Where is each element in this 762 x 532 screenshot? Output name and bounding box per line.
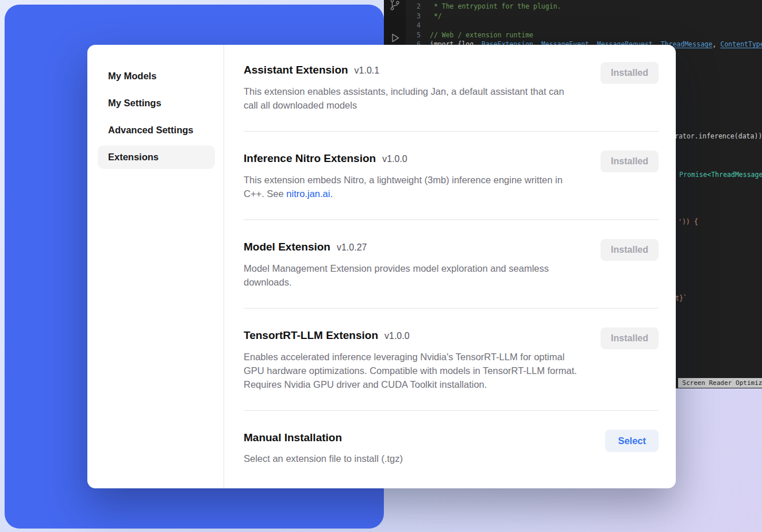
description-text: Select an extension file to install (.tg… <box>244 453 403 464</box>
code-lines: 2 * The entrypoint for the plugin. 3 */ … <box>406 2 762 49</box>
line-number: 4 <box>406 21 421 30</box>
code-fragment: t}` <box>675 294 687 302</box>
code-text: */ <box>430 11 442 21</box>
extension-version: v1.0.1 <box>355 63 380 79</box>
extension-name: Inference Nitro Extension <box>244 151 376 167</box>
code-fragment: ')) { <box>678 218 698 226</box>
extension-row: Assistant Extension v1.0.1 This extensio… <box>244 62 659 132</box>
code-token: // Web / extension runtime <box>430 31 533 39</box>
page: 2 * The entrypoint for the plugin. 3 */ … <box>0 0 762 532</box>
installed-button[interactable]: Installed <box>601 239 659 261</box>
sidebar-item-advanced-settings[interactable]: Advanced Settings <box>98 118 215 142</box>
code-token: * The entrypoint for the plugin. <box>430 2 561 10</box>
extension-row: Inference Nitro Extension v1.0.0 This ex… <box>244 132 659 220</box>
manual-installation-title: Manual Installation <box>244 430 342 446</box>
extension-name: Assistant Extension <box>244 62 348 78</box>
sidebar-nav: My Models My Settings Advanced Settings … <box>98 64 215 169</box>
sidebar: My Models My Settings Advanced Settings … <box>87 45 224 488</box>
description-text: This extension enables assistants, inclu… <box>244 86 564 110</box>
code-text: // Web / extension runtime <box>430 30 533 40</box>
source-control-icon[interactable] <box>388 0 402 11</box>
code-text: * The entrypoint for the plugin. <box>430 2 561 11</box>
extension-row: Model Extension v1.0.27 Model Management… <box>244 220 659 309</box>
extension-description: Enables accelerated inference leveraging… <box>244 350 580 391</box>
extension-name: Model Extension <box>244 239 330 255</box>
sidebar-item-label: Extensions <box>108 152 159 162</box>
code-line: 2 * The entrypoint for the plugin. <box>406 2 762 11</box>
manual-installation-description: Select an extension file to install (.tg… <box>244 452 403 465</box>
code-line: 5 // Web / extension runtime <box>406 30 762 40</box>
extension-description: This extension enables assistants, inclu… <box>244 84 580 112</box>
extension-row: TensortRT-LLM Extension v1.0.0 Enables a… <box>244 309 659 411</box>
installed-button[interactable]: Installed <box>601 151 659 172</box>
code-fragment: rator.inference(data)); <box>675 132 762 140</box>
extension-version: v1.0.0 <box>382 151 407 167</box>
sidebar-item-my-settings[interactable]: My Settings <box>98 91 215 115</box>
screen-reader-chip[interactable]: Screen Reader Optimize <box>678 378 762 388</box>
nitro-jan-ai-link[interactable]: nitro.jan.ai. <box>286 188 333 199</box>
extension-description: This extension embeds Nitro, a lightweig… <box>244 173 580 201</box>
sidebar-item-extensions[interactable]: Extensions <box>98 145 215 169</box>
sidebar-item-label: Advanced Settings <box>108 125 194 135</box>
description-text: Model Management Extension provides mode… <box>244 263 549 287</box>
code-fragment: Promise<ThreadMessage> <box>679 171 762 179</box>
run-debug-icon[interactable] <box>388 31 402 45</box>
description-text: Enables accelerated inference leveraging… <box>244 352 577 390</box>
code-token: , <box>713 40 721 48</box>
extension-version: v1.0.0 <box>384 328 410 344</box>
code-token: ContentType <box>721 40 762 48</box>
sidebar-item-label: My Models <box>108 71 156 81</box>
extensions-list: Assistant Extension v1.0.1 This extensio… <box>224 45 676 488</box>
code-token: */ <box>430 12 442 20</box>
line-number: 5 <box>406 30 421 40</box>
extension-version: v1.0.27 <box>337 240 367 256</box>
extension-name: TensortRT-LLM Extension <box>244 327 378 344</box>
line-number: 2 <box>406 2 421 11</box>
manual-installation-row: Manual Installation Select an extension … <box>244 411 659 484</box>
extension-description: Model Management Extension provides mode… <box>244 261 580 289</box>
sidebar-item-my-models[interactable]: My Models <box>98 64 215 88</box>
installed-button[interactable]: Installed <box>601 62 659 84</box>
settings-modal: My Models My Settings Advanced Settings … <box>87 45 676 488</box>
code-line: 3 */ <box>406 11 762 21</box>
select-button[interactable]: Select <box>605 430 659 452</box>
code-line: 4 <box>406 21 762 30</box>
line-number: 3 <box>406 11 421 21</box>
installed-button[interactable]: Installed <box>601 327 659 349</box>
sidebar-item-label: My Settings <box>108 98 161 108</box>
